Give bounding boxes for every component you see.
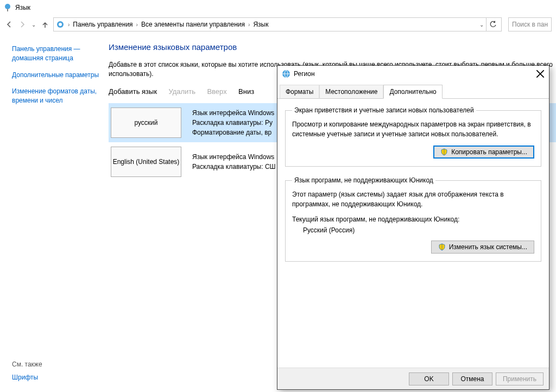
svg-point-3: [59, 23, 62, 26]
chevron-right-icon: ›: [247, 22, 251, 28]
breadcrumb-item-1[interactable]: Все элементы панели управления: [140, 21, 246, 28]
group-legend: Экран приветствия и учетные записи новых…: [292, 106, 476, 114]
chevron-right-icon: ›: [67, 22, 71, 28]
sidebar: Панель управления — домашняя страница До…: [0, 34, 109, 392]
globe-icon: [282, 69, 290, 78]
app-icon: [3, 3, 12, 12]
window-title: Язык: [15, 4, 30, 11]
cancel-button[interactable]: Отмена: [452, 372, 492, 385]
change-system-locale-button[interactable]: Изменить язык системы...: [431, 241, 534, 254]
sidebar-link-home[interactable]: Панель управления — домашняя страница: [12, 45, 104, 63]
tab-formats[interactable]: Форматы: [280, 85, 319, 99]
recent-dropdown[interactable]: ⌄: [30, 22, 37, 28]
breadcrumb-item-0[interactable]: Панель управления: [72, 21, 134, 28]
language-card[interactable]: русский: [111, 108, 181, 138]
dialog-footer: OK Отмена Применить: [277, 368, 549, 389]
forward-button[interactable]: [17, 20, 27, 29]
search-placeholder: Поиск в пан: [512, 21, 548, 28]
button-label: Копировать параметры...: [451, 148, 527, 156]
see-also: См. также Шрифты: [12, 361, 42, 381]
language-details: Язык интерфейса Windows Раскладка клавиа…: [192, 152, 276, 172]
move-up-button[interactable]: Вверх: [207, 87, 226, 96]
control-panel-icon: [56, 20, 65, 29]
breadcrumb-item-2[interactable]: Язык: [252, 21, 269, 28]
apply-button[interactable]: Применить: [496, 372, 544, 385]
shield-icon: [438, 243, 446, 251]
current-language-value: Русский (Россия): [292, 226, 534, 234]
nav-bar: ⌄ › Панель управления › Все элементы пан…: [0, 15, 556, 34]
close-button[interactable]: [536, 69, 545, 78]
see-also-label: См. также: [12, 361, 42, 368]
group-text: Просмотр и копирование международных пар…: [292, 119, 534, 139]
chevron-right-icon: ›: [135, 22, 139, 28]
language-card[interactable]: English (United States): [111, 147, 181, 177]
see-also-fonts[interactable]: Шрифты: [12, 374, 42, 381]
refresh-button[interactable]: [486, 18, 499, 31]
sidebar-link-formats[interactable]: Изменение форматов даты, времени и чисел: [12, 87, 104, 105]
group-text: Этот параметр (язык системы) задает язык…: [292, 189, 534, 209]
current-language-block: Текущий язык программ, не поддерживающих…: [292, 216, 534, 234]
sidebar-link-advanced[interactable]: Дополнительные параметры: [12, 71, 104, 80]
title-bar: Язык: [0, 0, 556, 15]
language-details: Язык интерфейса Windows Раскладка клавиа…: [192, 108, 274, 137]
add-language-button[interactable]: Добавить язык: [109, 87, 157, 96]
svg-point-0: [5, 4, 10, 9]
tab-location[interactable]: Местоположение: [319, 85, 383, 99]
svg-rect-1: [7, 9, 8, 11]
dialog-title-bar[interactable]: Регион: [277, 66, 549, 82]
move-down-button[interactable]: Вниз: [238, 87, 254, 96]
tab-advanced[interactable]: Дополнительно: [383, 85, 442, 99]
search-input[interactable]: Поиск в пан: [508, 17, 552, 31]
button-label: Изменить язык системы...: [449, 243, 527, 251]
dialog-body: Экран приветствия и учетные записи новых…: [277, 99, 549, 279]
page-title: Изменение языковых параметров: [109, 42, 556, 52]
region-dialog: Регион Форматы Местоположение Дополнител…: [277, 65, 549, 390]
shield-icon: [440, 148, 448, 156]
back-button[interactable]: [4, 20, 14, 29]
remove-button[interactable]: Удалить: [168, 87, 195, 96]
group-legend: Язык программ, не поддерживающих Юникод: [292, 176, 435, 184]
ok-button[interactable]: OK: [409, 372, 449, 385]
non-unicode-group: Язык программ, не поддерживающих Юникод …: [285, 176, 541, 262]
current-language-label: Текущий язык программ, не поддерживающих…: [292, 216, 534, 223]
address-bar[interactable]: › Панель управления › Все элементы панел…: [53, 17, 502, 31]
dialog-tabs: Форматы Местоположение Дополнительно: [277, 82, 549, 99]
welcome-screen-group: Экран приветствия и учетные записи новых…: [285, 106, 541, 167]
copy-settings-button[interactable]: Копировать параметры...: [433, 146, 534, 159]
up-button[interactable]: [40, 20, 50, 29]
address-dropdown[interactable]: ⌄: [478, 22, 485, 28]
dialog-title: Регион: [294, 70, 536, 78]
